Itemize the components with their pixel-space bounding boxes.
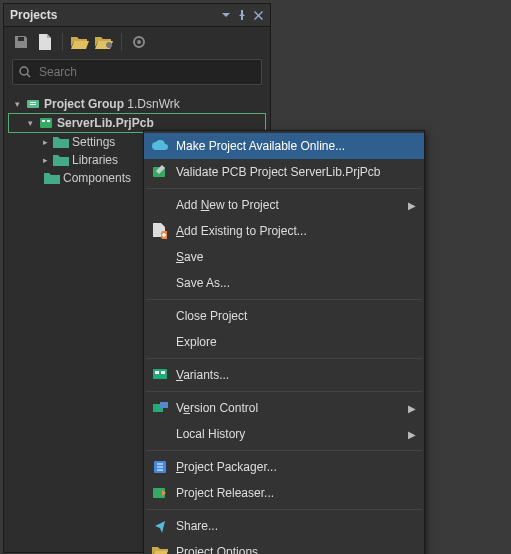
project-context-menu: Make Project Available Online... Validat… [143,130,425,554]
menu-share[interactable]: Share... [144,513,424,539]
add-file-icon [150,222,170,240]
menu-version-control[interactable]: Version Control ▶ [144,395,424,421]
project-group-row[interactable]: ▾ Project Group 1.DsnWrk [8,95,266,113]
svg-rect-16 [160,402,168,408]
svg-point-0 [106,42,112,48]
menu-label: Project Packager... [176,460,418,474]
expand-icon[interactable]: ▸ [40,155,50,165]
document-icon[interactable] [36,33,54,51]
menu-local-history[interactable]: Local History ▶ [144,421,424,447]
panel-header: Projects [4,4,270,27]
menu-label: Add Existing to Project... [176,224,418,238]
search-box[interactable] [12,59,262,85]
menu-label: Close Project [176,309,418,323]
menu-validate[interactable]: Validate PCB Project ServerLib.PrjPcb [144,159,424,185]
menu-label: Validate PCB Project ServerLib.PrjPcb [176,165,418,179]
folder-open-icon[interactable] [71,33,89,51]
svg-rect-6 [30,104,36,105]
components-label: Components [63,171,131,185]
project-group-icon [25,97,41,111]
menu-add-new[interactable]: Add New to Project ▶ [144,192,424,218]
blank-icon [150,274,170,292]
expand-icon[interactable]: ▾ [12,99,22,109]
menu-make-online[interactable]: Make Project Available Online... [144,133,424,159]
submenu-arrow-icon: ▶ [408,200,418,211]
svg-point-2 [137,40,141,44]
menu-label: Explore [176,335,418,349]
menu-add-existing[interactable]: Add Existing to Project... [144,218,424,244]
project-label: ServerLib.PrjPcb [57,116,154,130]
folder-icon [53,135,69,149]
svg-point-3 [20,67,28,75]
panel-title: Projects [10,8,218,22]
pin-icon[interactable] [234,7,250,23]
search-icon [19,66,31,78]
packager-icon [150,458,170,476]
blank-icon [150,425,170,443]
menu-label: Add New to Project [176,198,408,212]
submenu-arrow-icon: ▶ [408,403,418,414]
menu-label: Make Project Available Online... [176,139,418,153]
menu-project-options[interactable]: Project Options... [144,539,424,554]
save-icon[interactable] [12,33,30,51]
settings-label: Settings [72,135,115,149]
validate-icon [150,163,170,181]
variants-icon [150,366,170,384]
menu-separator [146,509,422,510]
toolbar-separator [62,33,63,51]
expand-icon[interactable]: ▾ [25,118,35,128]
menu-label: Version Control [176,401,408,415]
toolbar-separator [121,33,122,51]
menu-save-as[interactable]: Save As... [144,270,424,296]
submenu-arrow-icon: ▶ [408,429,418,440]
blank-icon [150,333,170,351]
menu-explore[interactable]: Explore [144,329,424,355]
options-icon [150,543,170,554]
search-input[interactable] [37,64,255,80]
gear-icon[interactable] [130,33,148,51]
svg-rect-13 [155,371,159,374]
releaser-icon [150,484,170,502]
menu-label: Project Options... [176,545,418,554]
svg-rect-8 [42,120,45,122]
folder-icon [53,153,69,167]
menu-label: Save As... [176,276,418,290]
cloud-icon [150,137,170,155]
expand-icon[interactable]: ▸ [40,137,50,147]
folder-settings-icon[interactable] [95,33,113,51]
menu-separator [146,450,422,451]
menu-variants[interactable]: Variants... [144,362,424,388]
svg-rect-5 [30,102,36,103]
menu-project-packager[interactable]: Project Packager... [144,454,424,480]
blank-icon [150,248,170,266]
menu-project-releaser[interactable]: Project Releaser... [144,480,424,506]
blank-icon [150,307,170,325]
project-group-label: Project Group 1.DsnWrk [44,97,180,111]
svg-rect-14 [161,371,165,374]
menu-label: Variants... [176,368,418,382]
menu-label: Save [176,250,418,264]
svg-rect-9 [47,120,50,122]
libraries-label: Libraries [72,153,118,167]
share-icon [150,517,170,535]
menu-label: Share... [176,519,418,533]
version-control-icon [150,399,170,417]
svg-rect-7 [40,118,52,128]
menu-close-project[interactable]: Close Project [144,303,424,329]
menu-save[interactable]: Save [144,244,424,270]
project-icon [38,116,54,130]
menu-separator [146,188,422,189]
folder-icon [44,171,60,185]
menu-separator [146,299,422,300]
dropdown-icon[interactable] [218,7,234,23]
panel-toolbar [4,27,270,57]
menu-separator [146,391,422,392]
close-icon[interactable] [250,7,266,23]
menu-separator [146,358,422,359]
menu-label: Local History [176,427,408,441]
blank-icon [150,196,170,214]
menu-label: Project Releaser... [176,486,418,500]
